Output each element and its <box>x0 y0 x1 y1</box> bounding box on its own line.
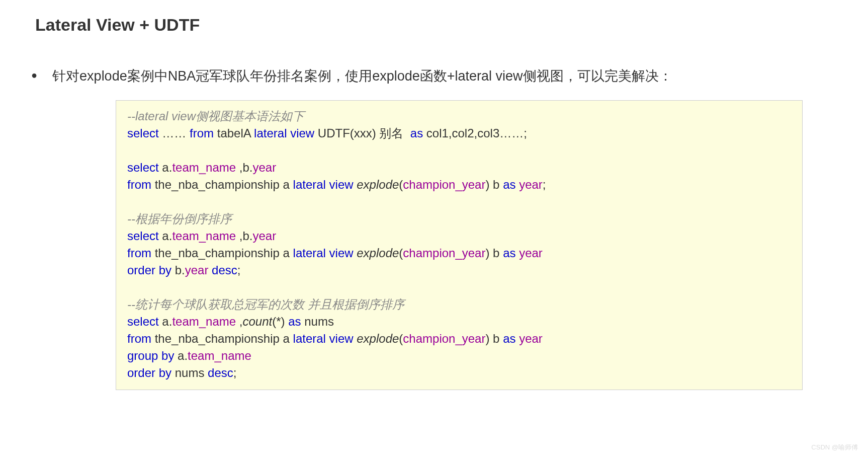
code-line: select a.team_name ,b.year <box>127 159 791 176</box>
bullet-dot-icon: ● <box>31 65 37 85</box>
code-line: select a.team_name ,count(*) as nums <box>127 313 791 330</box>
code-comment: --根据年份倒序排序 <box>127 212 232 225</box>
bullet-item: ● 针对explode案例中NBA冠军球队年份排名案例，使用explode函数+… <box>31 66 838 86</box>
code-line: group by a.team_name <box>127 347 791 364</box>
code-line: from the_nba_championship a lateral view… <box>127 330 791 347</box>
bullet-text: 针对explode案例中NBA冠军球队年份排名案例，使用explode函数+la… <box>52 66 672 86</box>
watermark-text: CSDN @喻师傅 <box>811 443 858 452</box>
code-comment: --统计每个球队获取总冠军的次数 并且根据倒序排序 <box>127 297 404 311</box>
code-line: from the_nba_championship a lateral view… <box>127 176 791 193</box>
page-title: Lateral View + UDTF <box>35 15 838 35</box>
code-line: order by b.year desc; <box>127 262 791 279</box>
code-block: --lateral view侧视图基本语法如下 select …… from t… <box>116 100 803 390</box>
code-line: order by nums desc; <box>127 364 791 382</box>
code-line: from the_nba_championship a lateral view… <box>127 245 791 262</box>
code-comment: --lateral view侧视图基本语法如下 <box>127 109 304 123</box>
code-line: select …… from tabelA lateral view UDTF(… <box>127 125 791 142</box>
code-line: select a.team_name ,b.year <box>127 228 791 245</box>
